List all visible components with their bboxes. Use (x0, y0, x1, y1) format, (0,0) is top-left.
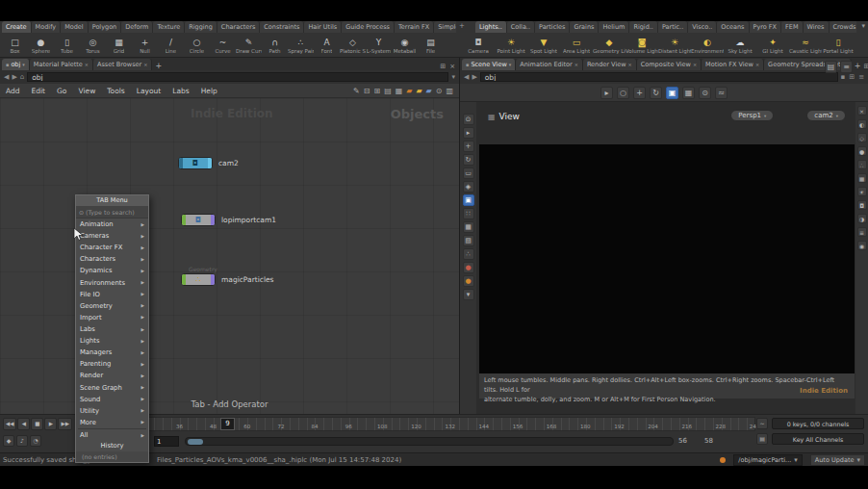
shelf-tool-metaball[interactable]: ◉Metaball (392, 34, 418, 58)
view-options-icon[interactable]: ≡ (857, 227, 867, 237)
menu-help[interactable]: Help (195, 87, 223, 95)
back-icon[interactable]: ◀ (4, 73, 9, 81)
tabmenu-item-file-io[interactable]: File IO▶ (76, 289, 148, 300)
construction-plane-icon[interactable]: ▦ (463, 221, 474, 233)
tabmenu-item-dynamics[interactable]: Dynamics▶ (76, 265, 148, 276)
close-tab-icon[interactable]: × (143, 62, 147, 67)
shelf-tool-environment-light[interactable]: ◐Environment Light (691, 34, 724, 58)
menu-view[interactable]: View (72, 87, 101, 95)
pane-tab-composite-view[interactable]: Composite View× (637, 59, 702, 70)
scale-tool-icon[interactable]: ▭ (463, 167, 474, 179)
viewport-path-field[interactable]: obj (480, 72, 838, 82)
tabmenu-item-more[interactable]: More▶ (76, 417, 148, 428)
link-editor-icon[interactable]: ⊞ (849, 73, 855, 81)
wrench-icon[interactable]: ✎ (353, 87, 360, 95)
keyframe-icon[interactable]: ◆ (3, 435, 14, 447)
close-tab-icon[interactable]: × (85, 62, 89, 67)
tabmenu-item-animation[interactable]: Animation▶ (76, 219, 148, 230)
range-end-field[interactable]: 56 (678, 437, 687, 445)
shelf-tab-create[interactable]: Create (2, 21, 32, 33)
shelf-tool-box[interactable]: □Box (2, 34, 28, 58)
display-points-icon[interactable]: ∴ (857, 160, 867, 169)
pin-icon[interactable]: ▪ (6, 62, 9, 67)
rotate-icon[interactable]: ↻ (650, 87, 662, 99)
snap-options-icon[interactable]: ∷ (463, 208, 474, 219)
node-magicparticles[interactable]: Geometry∴magicParticles (181, 273, 216, 286)
pane-tab-motion-fx-view[interactable]: Motion FX View× (702, 59, 764, 70)
select-arrow-icon[interactable]: ▸ (463, 127, 474, 139)
tabmenu-item-scene-graph[interactable]: Scene Graph▶ (76, 382, 148, 394)
realtime-toggle-icon[interactable]: ◔ (30, 435, 41, 447)
snapshot-icon[interactable]: ● (463, 275, 474, 287)
overview-icon[interactable]: ▥ (446, 87, 453, 95)
play-forward-button[interactable]: ▶ (44, 418, 57, 430)
shelf-tab-polygon[interactable]: Polygon (89, 21, 122, 33)
shelf-tab-simple-fx[interactable]: Simple FX (434, 21, 456, 33)
shelf-tool-draw-curve[interactable]: ✎Draw Curve (236, 34, 262, 58)
shelf-tab-constraints[interactable]: Constraints (260, 21, 304, 33)
shelf-tool-font[interactable]: AFont (314, 34, 340, 58)
shelf-tab-fem[interactable]: FEM (781, 21, 803, 33)
shelf-tool-file[interactable]: ▤File (418, 34, 444, 58)
tabmenu-item-sound[interactable]: Sound▶ (76, 394, 148, 405)
tabmenu-item-cameras[interactable]: Cameras▶ (76, 230, 148, 242)
shelf-tab-rigid[interactable]: Rigid.. (629, 21, 658, 33)
forward-icon[interactable]: ▶ (12, 73, 16, 81)
reference-plane-icon[interactable]: ▧ (463, 235, 474, 246)
pane-tab-animation-editor[interactable]: Animation Editor× (516, 59, 583, 70)
shelf-tab-helium[interactable]: Helium (599, 21, 629, 33)
shelf-tool-tube[interactable]: ▯Tube (54, 34, 80, 58)
snap-grid-icon[interactable]: ▦ (396, 87, 403, 95)
tabmenu-item-utility[interactable]: Utility▶ (76, 405, 148, 417)
list-view-icon[interactable]: ▤ (384, 87, 392, 95)
memory-icon[interactable]: ◉ (857, 241, 867, 250)
node-display-flag[interactable] (211, 274, 215, 285)
chevron-down-icon[interactable]: ▾ (451, 73, 455, 81)
pane-tab-obj[interactable]: ▪obj▾ (2, 59, 30, 70)
shelf-tool-sphere[interactable]: ●Sphere (28, 34, 54, 58)
folder-orange-icon[interactable]: ▰ (406, 87, 412, 95)
shelf-tab-visco[interactable]: Visco.. (688, 21, 717, 33)
menu-add[interactable]: Add (0, 87, 26, 95)
global-end-field[interactable]: 58 (704, 437, 713, 445)
flipbook-icon[interactable]: ● (463, 262, 474, 273)
tabmenu-item-managers[interactable]: Managers▶ (76, 347, 148, 358)
display-options-icon[interactable]: ▤ (825, 61, 837, 73)
jump-to-start-button[interactable]: ◀◀ (3, 418, 16, 430)
folder-yellow-icon[interactable]: ▰ (416, 87, 421, 95)
pane-tab-material-palette[interactable]: Material Palette× (30, 59, 93, 70)
shelf-tab-rigging[interactable]: Rigging (185, 21, 217, 33)
camera-pill-persp1[interactable]: Persp1▾ (730, 110, 774, 121)
wireframe-icon[interactable]: ◇ (857, 133, 867, 142)
shelf-tab-wires[interactable]: Wires (804, 21, 830, 33)
shelf-tool-area-light[interactable]: ▭Area Light (560, 34, 593, 58)
shelf-tab-terrain-fx[interactable]: Terrain FX (395, 21, 434, 33)
tab-menu-history-label[interactable]: History (76, 441, 148, 451)
pane-split-icon[interactable]: ⊞ (440, 63, 446, 70)
tabmenu-item-import[interactable]: Import▶ (76, 312, 148, 323)
shelf-tab-pyro-fx[interactable]: Pyro FX (750, 21, 782, 33)
shelf-tool-spot-light[interactable]: ▼Spot Light (527, 34, 560, 58)
points-display-icon[interactable]: ∴ (463, 248, 474, 260)
key-all-channels-button[interactable]: Key All Channels (772, 433, 864, 445)
shelf-tool-l-system[interactable]: YL-System (366, 34, 392, 58)
menu-edit[interactable]: Edit (26, 87, 52, 95)
channel-list-icon[interactable]: ▤ (756, 433, 768, 445)
shelf-tool-spray-paint[interactable]: ∴Spray Paint (288, 34, 314, 58)
shelf-tool-distant-light[interactable]: ☀Distant Light (658, 34, 691, 58)
menu-layout[interactable]: Layout (131, 87, 167, 95)
secure-selection-lock-icon[interactable]: ▣ (463, 194, 474, 206)
range-slider-handle[interactable] (188, 439, 203, 445)
tabmenu-item-lights[interactable]: Lights▶ (76, 335, 148, 347)
shelf-tab-characters[interactable]: Characters (217, 21, 260, 33)
shelf-tab-model[interactable]: Model (61, 21, 89, 33)
tabmenu-item-character-fx[interactable]: Character FX▶ (76, 242, 148, 253)
folder-blue-icon[interactable]: ▰ (426, 87, 432, 95)
timeline-ruler[interactable]: 9 12243648607284961081201321441561681801… (77, 417, 755, 431)
shelf-tool-line[interactable]: /Line (158, 34, 184, 58)
camera-pill-cam2[interactable]: cam2▾ (806, 110, 846, 121)
shelf-tab-modify[interactable]: Modify (32, 21, 62, 33)
smooth-shade-icon[interactable]: ● (857, 146, 867, 156)
shelf-tool-torus[interactable]: ◎Torus (80, 34, 106, 58)
shelf-tab-texture[interactable]: Texture (153, 21, 185, 33)
